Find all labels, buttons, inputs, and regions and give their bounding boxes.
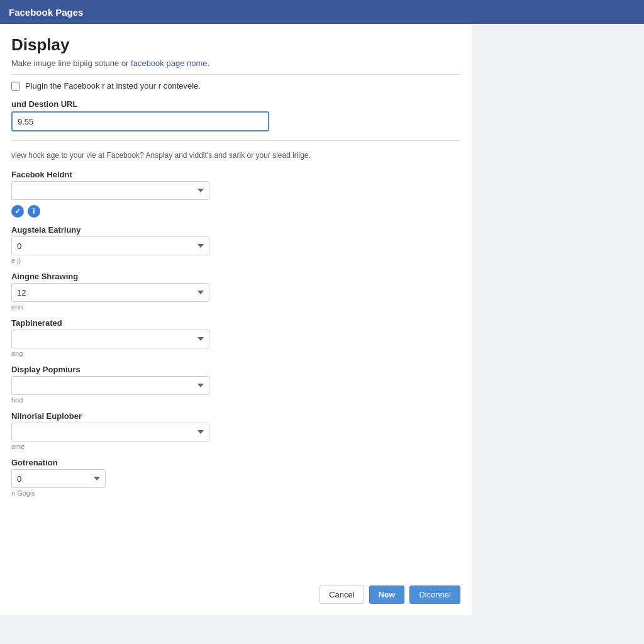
tapbinerated-hint: ang (11, 350, 460, 357)
subtitle-static: Make imuge line bipiig sotune or (11, 58, 128, 68)
augstela-label: Augstela Eatrluny (11, 225, 460, 235)
facebook-heldnt-label: Facebok Heldnt (11, 170, 460, 179)
facebook-heldnt-section: Facebok Heldnt (11, 170, 460, 200)
tapbinerated-section: Tapbinerated ang (11, 318, 460, 357)
aingne-select[interactable]: 12 (11, 283, 209, 302)
gotrenation-section: Gotrenation 0 n Gogis (11, 458, 460, 497)
divider-1 (11, 74, 460, 75)
tapbinerated-label: Tapbinerated (11, 318, 460, 328)
preview-text: view hock age to your vie at Facebook? A… (11, 150, 460, 161)
main-content: Display Make imuge line bipiig sotune or… (0, 24, 472, 615)
nilnorial-section: Nilnorial Euplober ame (11, 411, 460, 450)
divider-2 (11, 140, 460, 141)
gotrenation-hint: n Gogis (11, 489, 460, 497)
header-title: Facebook Pages (9, 7, 83, 18)
new-button[interactable]: New (369, 586, 405, 604)
facebook-heldnt-select[interactable] (11, 181, 209, 200)
disconnect-button[interactable]: Diconnel (409, 586, 460, 604)
footer-actions: Cancel New Diconnel (319, 586, 460, 604)
gotrenation-label: Gotrenation (11, 458, 460, 467)
check-icon: ✓ (11, 205, 24, 218)
page-title: Display (11, 35, 460, 55)
info-icon[interactable]: i (28, 205, 40, 218)
tapbinerated-select[interactable] (11, 330, 209, 348)
header-bar: Facebook Pages (0, 0, 644, 24)
url-section: und Destion URL (11, 99, 460, 131)
nilnorial-hint: ame (11, 443, 460, 450)
display-popmiurs-section: Display Popmiurs hnd (11, 365, 460, 404)
plugin-checkbox[interactable] (11, 82, 20, 91)
subtitle-text: Make imuge line bipiig sotune or faceboo… (11, 58, 460, 68)
nilnorial-label: Nilnorial Euplober (11, 411, 460, 421)
nilnorial-select[interactable] (11, 423, 209, 441)
plugin-checkbox-row: Plugin the Facebook r at insted your r c… (11, 81, 460, 91)
url-input[interactable] (11, 111, 269, 131)
aingne-label: Aingne Shrawing (11, 272, 460, 281)
augstela-hint: e j) (11, 257, 460, 264)
augstela-section: Augstela Eatrluny 0 e j) (11, 225, 460, 264)
gotrenation-select[interactable]: 0 (11, 469, 106, 488)
plugin-checkbox-label: Plugin the Facebook r at insted your r c… (25, 81, 201, 91)
cancel-button[interactable]: Cancel (319, 586, 364, 604)
aingne-hint: enn (11, 303, 460, 311)
facebook-page-link[interactable]: facebook page nome. (131, 58, 209, 68)
display-popmiurs-select[interactable] (11, 376, 209, 395)
augstela-select[interactable]: 0 (11, 236, 209, 255)
display-popmiurs-label: Display Popmiurs (11, 365, 460, 374)
icons-row: ✓ i (11, 205, 460, 218)
url-field-label: und Destion URL (11, 99, 460, 109)
display-popmiurs-hint: hnd (11, 396, 460, 404)
aingne-section: Aingne Shrawing 12 enn (11, 272, 460, 311)
